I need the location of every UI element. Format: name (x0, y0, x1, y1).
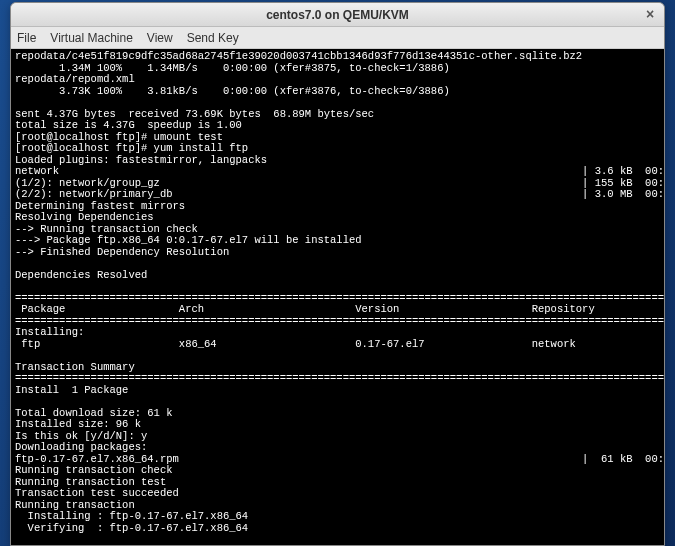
terminal-line: Total download size: 61 k (15, 407, 173, 419)
terminal-line: Installing: (15, 326, 84, 338)
terminal-line: Determining fastest mirrors (15, 200, 185, 212)
terminal-line: Resolving Dependencies (15, 211, 154, 223)
terminal-line: repodata/repomd.xml (15, 73, 135, 85)
terminal-line: (1/2): network/group_gz | 155 kB 00:00:0… (15, 177, 664, 189)
terminal[interactable]: repodata/c4e51f819c9dfc35ad68a2745f1e390… (11, 49, 664, 545)
terminal-line: ---> Package ftp.x86_64 0:0.17-67.el7 wi… (15, 234, 362, 246)
terminal-line: --> Running transaction check (15, 223, 198, 235)
terminal-line: Installed: (15, 545, 78, 546)
terminal-line: Installing : ftp-0.17-67.el7.x86_64 1/1 (15, 510, 664, 522)
terminal-line: Downloading packages: (15, 441, 147, 453)
terminal-line: sent 4.37G bytes received 73.69K bytes 6… (15, 108, 374, 120)
terminal-line: ftp x86_64 0.17-67.el7 network 61 k (15, 338, 664, 350)
terminal-line: Transaction test succeeded (15, 487, 179, 499)
terminal-line: total size is 4.37G speedup is 1.00 (15, 119, 242, 131)
vm-window: centos7.0 on QEMU/KVM × File Virtual Mac… (10, 2, 665, 546)
terminal-line: Transaction Summary (15, 361, 135, 373)
close-icon[interactable]: × (642, 7, 658, 23)
menu-send-key[interactable]: Send Key (187, 31, 239, 45)
terminal-line: ========================================… (15, 292, 664, 304)
terminal-line: Running transaction test (15, 476, 166, 488)
terminal-line: Install 1 Package (15, 384, 128, 396)
terminal-line: ========================================… (15, 315, 664, 327)
terminal-line: Dependencies Resolved (15, 269, 147, 281)
terminal-line: Running transaction check (15, 464, 173, 476)
terminal-line: 3.73K 100% 3.81kB/s 0:00:00 (xfer#3876, … (15, 85, 450, 97)
terminal-line: Is this ok [y/d/N]: y (15, 430, 147, 442)
terminal-line: Verifying : ftp-0.17-67.el7.x86_64 1/1 (15, 522, 664, 534)
menu-file[interactable]: File (17, 31, 36, 45)
terminal-line: (2/2): network/primary_db | 3.0 MB 00:00… (15, 188, 664, 200)
terminal-line: [root@localhost ftp]# umount test (15, 131, 223, 143)
terminal-line: Running transaction (15, 499, 135, 511)
terminal-line: Package Arch Version Repository Size (15, 303, 664, 315)
terminal-line: ftp-0.17-67.el7.x86_64.rpm | 61 kB 00:00… (15, 453, 664, 465)
terminal-line: --> Finished Dependency Resolution (15, 246, 229, 258)
menubar: File Virtual Machine View Send Key (11, 27, 664, 49)
menu-view[interactable]: View (147, 31, 173, 45)
terminal-line: 1.34M 100% 1.34MB/s 0:00:00 (xfer#3875, … (15, 62, 450, 74)
menu-virtual-machine[interactable]: Virtual Machine (50, 31, 133, 45)
terminal-line: Installed size: 96 k (15, 418, 141, 430)
terminal-line: network | 3.6 kB 00:00:00 (15, 165, 664, 177)
window-title: centos7.0 on QEMU/KVM (266, 8, 409, 22)
terminal-line: [root@localhost ftp]# yum install ftp (15, 142, 248, 154)
terminal-line: repodata/c4e51f819c9dfc35ad68a2745f1e390… (15, 50, 582, 62)
terminal-line: ========================================… (15, 372, 664, 384)
terminal-line: Loaded plugins: fastestmirror, langpacks (15, 154, 267, 166)
titlebar[interactable]: centos7.0 on QEMU/KVM × (11, 3, 664, 27)
